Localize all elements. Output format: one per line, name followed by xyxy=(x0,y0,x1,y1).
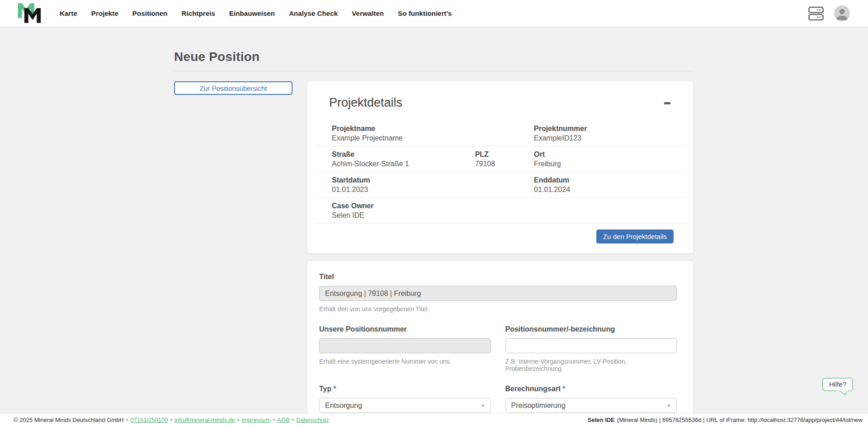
nav-item-projekte[interactable]: Projekte xyxy=(91,9,118,17)
nav-item-positionen[interactable]: Positionen xyxy=(132,9,168,17)
title-divider xyxy=(174,71,693,71)
required-asterisk: * xyxy=(562,385,565,393)
chevron-down-icon: ▼ xyxy=(481,403,485,408)
our-position-number-helper: Erhält eine systemgenerierte Nummer von … xyxy=(319,358,491,365)
nav-item-richtpreis[interactable]: Richtpreis xyxy=(182,9,215,17)
field-strasse: Straße Achim-Stocker-Straße 1 xyxy=(332,150,475,169)
topbar-actions xyxy=(808,5,850,21)
nav-item-so-funktionierts[interactable]: So funktioniert's xyxy=(398,9,452,17)
berechnungsart-select[interactable]: Preisoptimierung ▼ xyxy=(505,398,677,413)
server-stack-icon[interactable] xyxy=(808,6,824,21)
new-position-form-card: Titel Erhält den von uns vorgegebenen Ti… xyxy=(307,261,693,426)
footer-link-agb[interactable]: AGB xyxy=(277,417,289,423)
our-position-number-label: Unsere Positionsnummer xyxy=(319,325,491,333)
position-number-input[interactable] xyxy=(505,338,677,353)
project-card-title: Projektdetails xyxy=(329,96,402,110)
speech-bubble-tail xyxy=(838,390,848,395)
left-column: Zur Positionsübersicht xyxy=(174,81,307,426)
copyright-text: © 2025 Mineral Minds Deutschland GmbH xyxy=(14,417,124,423)
field-startdatum: Startdatum 01.01.2023 xyxy=(332,176,534,194)
footer-session-info: Selen IDE (Mineral Minds) | 69576255536d… xyxy=(588,417,863,423)
user-avatar-icon[interactable] xyxy=(834,5,850,21)
collapse-card-button[interactable] xyxy=(663,99,671,107)
go-to-project-details-button[interactable]: Zu den Projektdetails xyxy=(596,229,674,243)
footer-bar: © 2025 Mineral Minds Deutschland GmbH • … xyxy=(0,413,868,426)
session-details: (Mineral Minds) | 69576255536d | URL of … xyxy=(617,417,863,423)
our-position-number-group: Unsere Positionsnummer Erhält eine syste… xyxy=(319,325,491,372)
field-enddatum: Enddatum 01.01.2024 xyxy=(534,176,669,194)
nav-item-analyse-check[interactable]: Analyse Check xyxy=(289,9,338,17)
titel-group: Titel Erhält den von uns vorgegebenen Ti… xyxy=(319,273,677,313)
titel-helper: Erhält den von uns vorgegebenen Titel. xyxy=(319,305,677,313)
typ-label: Typ* xyxy=(319,385,491,393)
berechnungsart-label: Berechnungsart* xyxy=(505,385,677,393)
our-position-number-input[interactable] xyxy=(319,338,491,353)
required-asterisk: * xyxy=(333,385,336,393)
main-content: Neue Position Zur Positionsübersicht Pro… xyxy=(0,27,868,426)
nav-item-karte[interactable]: Karte xyxy=(60,9,77,17)
nav-item-einbauweisen[interactable]: Einbauweisen xyxy=(229,9,275,17)
field-plz: PLZ 79108 xyxy=(475,150,534,169)
page-title: Neue Position xyxy=(174,50,868,64)
field-case-owner: Case Owner Selen IDE xyxy=(332,201,669,220)
minus-icon xyxy=(664,102,670,104)
project-row-owner: Case Owner Selen IDE xyxy=(315,198,686,224)
field-ort: Ort Freiburg xyxy=(534,150,669,169)
typ-select-value: Entsorgung xyxy=(325,402,362,410)
session-user: Selen IDE xyxy=(588,417,615,423)
top-navigation-bar: Karte Projekte Positionen Richtpreis Ein… xyxy=(0,0,868,27)
field-projektnummer: Projektnummer ExampleID123 xyxy=(534,124,669,143)
back-to-positions-button[interactable]: Zur Positionsübersicht xyxy=(174,81,292,95)
help-button[interactable]: Hilfe? xyxy=(822,378,853,391)
field-projektname: Projektname Example Projectname xyxy=(332,124,534,143)
main-nav: Karte Projekte Positionen Richtpreis Ein… xyxy=(60,9,452,17)
chevron-down-icon: ▼ xyxy=(667,403,671,408)
titel-label: Titel xyxy=(319,273,677,281)
position-number-label: Positionsnummer/-bezeichnung xyxy=(505,325,677,333)
typ-select[interactable]: Entsorgung ▼ xyxy=(319,398,491,413)
berechnungsart-select-value: Preisoptimierung xyxy=(511,402,566,410)
position-number-helper: Z.B. Interne-Vorgangsnummer, LV-Position… xyxy=(505,358,677,372)
cards-column: Projektdetails Projektname Example Proje… xyxy=(307,81,693,426)
position-number-group: Positionsnummer/-bezeichnung Z.B. Intern… xyxy=(505,325,677,372)
titel-input[interactable] xyxy=(319,286,677,301)
footer-link-email[interactable]: info@mineral-minds.de xyxy=(175,417,235,423)
nav-item-verwalten[interactable]: Verwalten xyxy=(352,9,384,17)
footer-link-phone[interactable]: 07151/250100 xyxy=(130,417,168,423)
footer-link-datenschutz[interactable]: Datenschutz xyxy=(296,417,329,423)
mineral-minds-logo-icon[interactable] xyxy=(17,3,42,24)
project-row-name-number: Projektname Example Projectname Projektn… xyxy=(315,121,686,146)
project-row-address: Straße Achim-Stocker-Straße 1 PLZ 79108 … xyxy=(315,146,686,172)
footer-left: © 2025 Mineral Minds Deutschland GmbH • … xyxy=(14,417,329,423)
project-details-card: Projektdetails Projektname Example Proje… xyxy=(307,81,693,253)
footer-link-impressum[interactable]: Impressum xyxy=(241,417,270,423)
project-row-dates: Startdatum 01.01.2023 Enddatum 01.01.202… xyxy=(315,172,686,198)
